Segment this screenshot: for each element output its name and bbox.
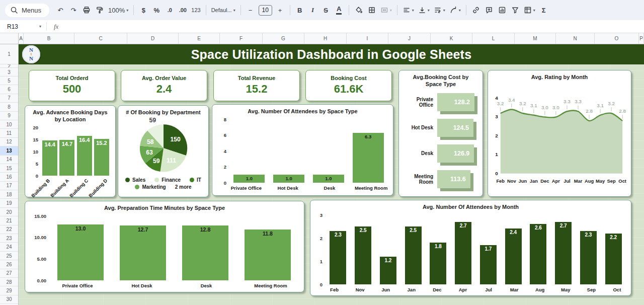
row-header-29[interactable]: 29 xyxy=(0,286,18,295)
row-header-5[interactable]: 5 xyxy=(0,77,18,85)
chart-attendees-by-month[interactable]: Avg. Number Of Attendees by Month 01232.… xyxy=(310,200,631,296)
chart-booking-cost-by-space-type[interactable]: Avg.Booking Cost by Space Type Private O… xyxy=(398,70,483,197)
borders-button[interactable] xyxy=(366,4,378,17)
insert-chart-button[interactable] xyxy=(496,4,508,17)
vertical-align-button[interactable]: ▾ xyxy=(417,4,431,17)
row-header-19[interactable]: 19 xyxy=(0,199,18,207)
font-selector[interactable]: Defaul... ▾ xyxy=(210,4,237,17)
column-header-K[interactable]: K xyxy=(431,33,472,44)
column-header-C[interactable]: C xyxy=(74,33,127,44)
bar-value-label: 12.7 xyxy=(120,226,166,233)
format-percent-button[interactable]: % xyxy=(150,4,163,17)
undo-button[interactable]: ↶ xyxy=(54,4,66,17)
row-header-28[interactable]: 28 xyxy=(0,278,18,286)
name-box[interactable]: R13 ▾ xyxy=(0,20,46,33)
row-header-9[interactable]: 9 xyxy=(0,112,18,120)
bar: 6.3 xyxy=(353,133,384,183)
merge-cells-button[interactable]: ▾ xyxy=(379,4,393,17)
column-header-M[interactable]: M xyxy=(515,33,556,44)
row-header-12[interactable]: 12 xyxy=(0,138,18,146)
horizontal-align-button[interactable]: ▾ xyxy=(401,4,416,17)
legend-item: Marketing xyxy=(135,184,166,190)
separator xyxy=(133,5,134,15)
chart-booking-by-department[interactable]: # Of Booking by Department 1501115963585… xyxy=(118,105,209,197)
italic-button[interactable]: I xyxy=(307,4,319,17)
text-rotation-button[interactable]: ▾ xyxy=(448,4,462,17)
fill-color-button[interactable] xyxy=(353,4,365,17)
text-color-button[interactable]: A xyxy=(333,4,345,17)
insert-link-button[interactable] xyxy=(470,4,482,17)
font-size-input[interactable]: 10 xyxy=(259,5,272,16)
row-header-11[interactable]: 11 xyxy=(0,129,18,137)
text-wrap-button[interactable]: ▾ xyxy=(432,4,447,17)
select-all-corner[interactable] xyxy=(0,33,19,44)
row-header-24[interactable]: 24 xyxy=(0,243,18,251)
row-header-2[interactable]: 2 xyxy=(0,64,18,68)
row-header-30[interactable]: 30 xyxy=(0,295,18,304)
row-header-18[interactable]: 18 xyxy=(0,190,18,199)
row-header-10[interactable]: 10 xyxy=(0,120,18,129)
increase-font-size-button[interactable]: + xyxy=(274,4,286,17)
row-header-17[interactable]: 17 xyxy=(0,182,18,190)
area-ytick: 0 xyxy=(495,171,498,176)
insert-comment-button[interactable] xyxy=(483,4,495,17)
redo-button[interactable]: ↷ xyxy=(67,4,79,17)
area-ytick: 1 xyxy=(495,151,498,157)
row-header-14[interactable]: 14 xyxy=(0,156,18,164)
kpi-card-total-orderd: Total Orderd 500 xyxy=(29,70,115,101)
row-header-6[interactable]: 6 xyxy=(0,85,18,94)
x-category-label: Oct xyxy=(613,285,621,292)
pivot-table-button[interactable]: ▾ xyxy=(522,4,537,17)
paint-format-button[interactable] xyxy=(94,4,106,17)
create-filter-button[interactable] xyxy=(509,4,521,17)
column-header-O[interactable]: O xyxy=(595,33,639,44)
column-header-F[interactable]: F xyxy=(220,33,263,44)
row-header-15[interactable]: 15 xyxy=(0,164,18,173)
column-header-J[interactable]: J xyxy=(388,33,431,44)
column-header-D[interactable]: D xyxy=(127,33,179,44)
bold-button[interactable]: B xyxy=(294,4,306,17)
row-header-27[interactable]: 27 xyxy=(0,269,18,278)
strikethrough-button[interactable]: S xyxy=(320,4,332,17)
row-header-23[interactable]: 23 xyxy=(0,234,18,243)
row-header-21[interactable]: 21 xyxy=(0,216,18,225)
row-header-7[interactable]: 7 xyxy=(0,94,18,103)
zoom-control[interactable]: 100% ▾ xyxy=(107,4,130,17)
area-val: 3.2 xyxy=(608,101,615,106)
more-formats-button[interactable]: 123 xyxy=(190,4,202,17)
column-header-E[interactable]: E xyxy=(179,33,220,44)
increase-decimal-button[interactable]: .00 xyxy=(177,4,189,17)
x-category-label: Meeting Room xyxy=(254,281,287,288)
row-header-8[interactable]: 8 xyxy=(0,103,18,111)
chart-preparation-time[interactable]: Avg. Preparation Time Minutes by Space T… xyxy=(25,201,304,292)
decrease-decimal-button[interactable]: .0 xyxy=(164,4,176,17)
row-header-13[interactable]: 13 xyxy=(0,146,18,155)
row-header-25[interactable]: 25 xyxy=(0,252,18,260)
chart-avg-rating-by-month[interactable]: Avg. Rating by Month 012343.2Feb3.4Nov3.… xyxy=(488,70,631,197)
column-header-L[interactable]: L xyxy=(472,33,515,44)
print-button[interactable] xyxy=(80,4,93,17)
decrease-font-size-button[interactable]: − xyxy=(245,4,257,17)
row-header-1[interactable]: 1 xyxy=(0,44,18,64)
column-header-A[interactable]: A xyxy=(19,33,24,44)
format-currency-button[interactable]: $ xyxy=(137,4,149,17)
column-header-B[interactable]: B xyxy=(24,33,74,44)
chart-attendees-by-space-type[interactable]: Avg. Number Of Attendees by Space Type 0… xyxy=(212,104,393,196)
functions-button[interactable]: Σ xyxy=(538,4,550,17)
column-header-I[interactable]: I xyxy=(347,33,388,44)
menus-button[interactable]: Menus xyxy=(5,4,49,17)
legend-label: IT xyxy=(197,177,201,183)
row-header-16[interactable]: 16 xyxy=(0,173,18,181)
area-val: 3.3 xyxy=(564,99,571,104)
bar: 14.4 xyxy=(42,140,57,175)
link-icon xyxy=(472,6,480,14)
chart-advance-booking-days[interactable]: Avg. Advance Booking Days by Location 05… xyxy=(25,105,116,197)
row-header-3[interactable]: 3 xyxy=(0,68,18,77)
row-header-26[interactable]: 26 xyxy=(0,260,18,269)
column-header-G[interactable]: G xyxy=(263,33,304,44)
row-header-22[interactable]: 22 xyxy=(0,225,18,234)
column-header-P[interactable]: P xyxy=(639,33,644,44)
row-header-20[interactable]: 20 xyxy=(0,208,18,216)
column-header-N[interactable]: N xyxy=(556,33,595,44)
column-header-H[interactable]: H xyxy=(304,33,347,44)
